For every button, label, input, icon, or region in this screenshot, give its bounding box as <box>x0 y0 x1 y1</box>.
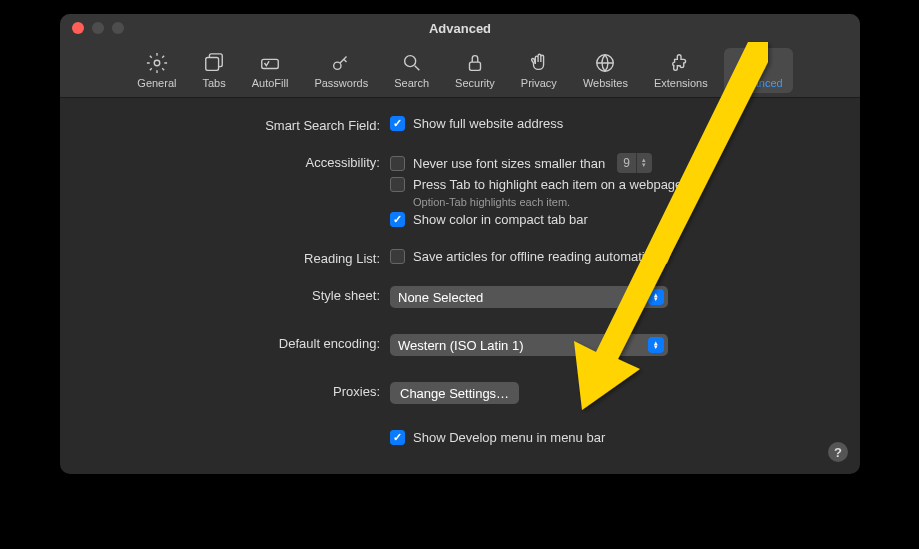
traffic-lights <box>60 22 124 34</box>
stepper-arrows-icon[interactable] <box>636 153 652 173</box>
tab-label: Websites <box>583 77 628 89</box>
tab-search[interactable]: Search <box>384 48 439 93</box>
show-color-compact-label: Show color in compact tab bar <box>413 212 588 227</box>
minimize-button[interactable] <box>92 22 104 34</box>
tab-label: Tabs <box>202 77 225 89</box>
svg-rect-2 <box>262 59 279 68</box>
puzzle-icon <box>670 52 692 74</box>
style-sheet-select[interactable]: None Selected <box>390 286 668 308</box>
maximize-button[interactable] <box>112 22 124 34</box>
tab-label: Security <box>455 77 495 89</box>
hand-icon <box>528 52 550 74</box>
proxies-label: Proxies: <box>100 382 390 399</box>
tab-label: Passwords <box>314 77 368 89</box>
default-encoding-value: Western (ISO Latin 1) <box>398 338 523 353</box>
tab-extensions[interactable]: Extensions <box>644 48 718 93</box>
tab-passwords[interactable]: Passwords <box>304 48 378 93</box>
help-button[interactable]: ? <box>828 442 848 462</box>
style-sheet-label: Style sheet: <box>100 286 390 303</box>
window-title: Advanced <box>60 21 860 36</box>
pencil-icon <box>259 52 281 74</box>
tab-autofill[interactable]: AutoFill <box>242 48 299 93</box>
tab-label: Advanced <box>734 77 783 89</box>
preferences-toolbar: General Tabs AutoFill Passwords Search S… <box>60 42 860 98</box>
close-button[interactable] <box>72 22 84 34</box>
default-encoding-select[interactable]: Western (ISO Latin 1) <box>390 334 668 356</box>
svg-point-0 <box>154 60 160 66</box>
save-offline-checkbox[interactable] <box>390 249 405 264</box>
svg-point-8 <box>761 66 765 70</box>
press-tab-label: Press Tab to highlight each item on a we… <box>413 177 682 192</box>
never-font-sizes-label: Never use font sizes smaller than <box>413 156 605 171</box>
svg-point-3 <box>334 62 341 69</box>
chevron-updown-icon <box>648 289 664 305</box>
gear-icon <box>146 52 168 74</box>
smart-search-label: Smart Search Field: <box>100 116 390 133</box>
show-develop-menu-checkbox[interactable] <box>390 430 405 445</box>
font-size-stepper[interactable]: 9 <box>617 153 652 173</box>
lock-icon <box>464 52 486 74</box>
tab-privacy[interactable]: Privacy <box>511 48 567 93</box>
style-sheet-value: None Selected <box>398 290 483 305</box>
show-full-url-label: Show full website address <box>413 116 563 131</box>
content-area: Smart Search Field: Show full website ad… <box>60 98 860 471</box>
save-offline-label: Save articles for offline reading automa… <box>413 249 671 264</box>
press-tab-checkbox[interactable] <box>390 177 405 192</box>
never-font-sizes-checkbox[interactable] <box>390 156 405 171</box>
titlebar: Advanced <box>60 14 860 42</box>
svg-rect-5 <box>469 62 480 70</box>
svg-rect-1 <box>206 58 219 71</box>
tab-label: General <box>137 77 176 89</box>
tab-label: Search <box>394 77 429 89</box>
reading-list-label: Reading List: <box>100 249 390 266</box>
key-icon <box>330 52 352 74</box>
accessibility-label: Accessibility: <box>100 153 390 170</box>
default-encoding-label: Default encoding: <box>100 334 390 351</box>
tabs-icon <box>203 52 225 74</box>
chevron-updown-icon <box>648 337 664 353</box>
tab-tabs[interactable]: Tabs <box>192 48 235 93</box>
preferences-window: Advanced General Tabs AutoFill Passwords… <box>60 14 860 474</box>
globe-icon <box>594 52 616 74</box>
tab-advanced[interactable]: Advanced <box>724 48 793 93</box>
show-color-compact-checkbox[interactable] <box>390 212 405 227</box>
search-icon <box>401 52 423 74</box>
svg-point-7 <box>753 58 758 63</box>
tab-security[interactable]: Security <box>445 48 505 93</box>
tab-label: AutoFill <box>252 77 289 89</box>
option-tab-hint: Option-Tab highlights each item. <box>413 196 820 208</box>
tab-general[interactable]: General <box>127 48 186 93</box>
tab-label: Extensions <box>654 77 708 89</box>
tab-label: Privacy <box>521 77 557 89</box>
show-develop-menu-label: Show Develop menu in menu bar <box>413 430 605 445</box>
show-full-url-checkbox[interactable] <box>390 116 405 131</box>
gears-icon <box>747 52 769 74</box>
svg-point-4 <box>404 56 415 67</box>
font-size-value: 9 <box>617 156 636 170</box>
tab-websites[interactable]: Websites <box>573 48 638 93</box>
change-settings-button[interactable]: Change Settings… <box>390 382 519 404</box>
